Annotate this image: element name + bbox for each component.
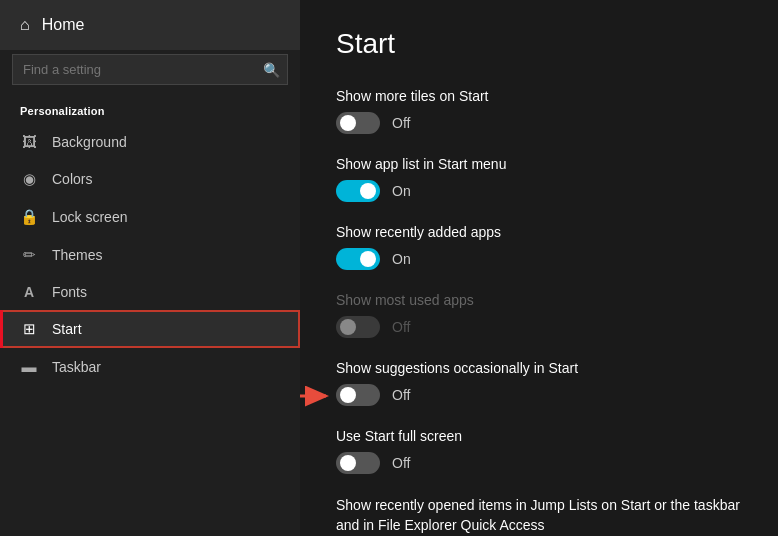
toggle-more-tiles-knob — [340, 115, 356, 131]
toggle-more-tiles[interactable] — [336, 112, 380, 134]
setting-jump-lists: Show recently opened items in Jump Lists… — [336, 496, 742, 536]
sidebar-home-button[interactable]: ⌂ Home — [0, 0, 300, 50]
toggle-app-list-status: On — [392, 183, 411, 199]
main-content: Start Show more tiles on Start Off Show … — [300, 0, 778, 536]
taskbar-icon: ▬ — [20, 358, 38, 375]
page-title: Start — [336, 28, 742, 60]
toggle-row-more-tiles: Off — [336, 112, 742, 134]
setting-suggestions-label: Show suggestions occasionally in Start — [336, 360, 742, 376]
toggle-most-used — [336, 316, 380, 338]
toggle-full-screen[interactable] — [336, 452, 380, 474]
sidebar-item-colors[interactable]: ◉ Colors — [0, 160, 300, 198]
lockscreen-icon: 🔒 — [20, 208, 38, 226]
setting-app-list: Show app list in Start menu On — [336, 156, 742, 202]
toggle-full-screen-status: Off — [392, 455, 410, 471]
setting-full-screen: Use Start full screen Off — [336, 428, 742, 474]
toggle-row-full-screen: Off — [336, 452, 742, 474]
toggle-suggestions-knob — [340, 387, 356, 403]
setting-suggestions: Show suggestions occasionally in Start O… — [336, 360, 742, 406]
setting-full-screen-label: Use Start full screen — [336, 428, 742, 444]
setting-most-used: Show most used apps Off — [336, 292, 742, 338]
home-label: Home — [42, 16, 85, 34]
colors-icon: ◉ — [20, 170, 38, 188]
toggle-most-used-status: Off — [392, 319, 410, 335]
sidebar-item-themes[interactable]: ✏ Themes — [0, 236, 300, 274]
background-icon: 🖼 — [20, 133, 38, 150]
red-arrow-annotation — [300, 380, 336, 412]
sidebar-item-lockscreen[interactable]: 🔒 Lock screen — [0, 198, 300, 236]
setting-more-tiles-label: Show more tiles on Start — [336, 88, 742, 104]
toggle-most-used-knob — [340, 319, 356, 335]
toggle-app-list-knob — [360, 183, 376, 199]
sidebar-item-background[interactable]: 🖼 Background — [0, 123, 300, 160]
home-icon: ⌂ — [20, 16, 30, 34]
toggle-row-suggestions: Off — [336, 384, 742, 406]
themes-icon: ✏ — [20, 246, 38, 264]
setting-most-used-label: Show most used apps — [336, 292, 742, 308]
fonts-icon: A — [20, 284, 38, 300]
setting-jump-lists-label: Show recently opened items in Jump Lists… — [336, 496, 742, 535]
toggle-suggestions[interactable] — [336, 384, 380, 406]
sidebar-item-taskbar[interactable]: ▬ Taskbar — [0, 348, 300, 385]
sidebar-item-label: Colors — [52, 171, 92, 187]
toggle-row-recently-added: On — [336, 248, 742, 270]
toggle-row-most-used: Off — [336, 316, 742, 338]
toggle-more-tiles-status: Off — [392, 115, 410, 131]
sidebar-item-label: Taskbar — [52, 359, 101, 375]
sidebar-item-start[interactable]: ⊞ Start — [0, 310, 300, 348]
sidebar-item-label: Background — [52, 134, 127, 150]
setting-recently-added: Show recently added apps On — [336, 224, 742, 270]
toggle-suggestions-status: Off — [392, 387, 410, 403]
toggle-app-list[interactable] — [336, 180, 380, 202]
search-input[interactable] — [12, 54, 288, 85]
search-icon: 🔍 — [263, 62, 280, 78]
sidebar-item-label: Lock screen — [52, 209, 127, 225]
start-icon: ⊞ — [20, 320, 38, 338]
sidebar-item-label: Fonts — [52, 284, 87, 300]
sidebar-item-label: Start — [52, 321, 82, 337]
setting-app-list-label: Show app list in Start menu — [336, 156, 742, 172]
sidebar-item-label: Themes — [52, 247, 103, 263]
setting-more-tiles: Show more tiles on Start Off — [336, 88, 742, 134]
sidebar-item-fonts[interactable]: A Fonts — [0, 274, 300, 310]
toggle-recently-added[interactable] — [336, 248, 380, 270]
toggle-full-screen-knob — [340, 455, 356, 471]
toggle-row-app-list: On — [336, 180, 742, 202]
sidebar: ⌂ Home 🔍 Personalization 🖼 Background ◉ … — [0, 0, 300, 536]
section-title: Personalization — [0, 97, 300, 123]
search-container: 🔍 — [12, 54, 288, 85]
setting-recently-added-label: Show recently added apps — [336, 224, 742, 240]
toggle-recently-added-status: On — [392, 251, 411, 267]
toggle-recently-added-knob — [360, 251, 376, 267]
